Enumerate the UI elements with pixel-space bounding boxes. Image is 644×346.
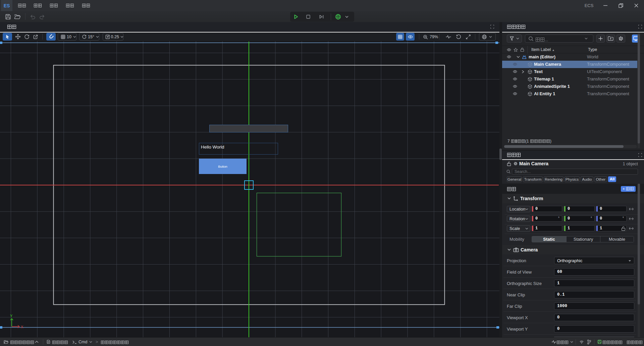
svg-text:Hello World: Hello World [201, 145, 224, 150]
svg-text:Button: Button [218, 165, 227, 168]
svg-text:Y: Y [10, 314, 13, 318]
svg-text:X: X [21, 325, 23, 329]
